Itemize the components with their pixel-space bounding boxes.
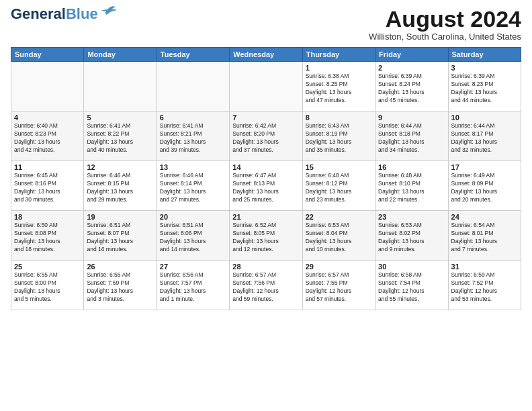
calendar-week-4: 18Sunrise: 6:50 AM Sunset: 8:08 PM Dayli… — [11, 211, 521, 261]
day-number: 5 — [87, 113, 153, 122]
header-sunday: Sunday — [11, 48, 84, 62]
calendar-cell-w3-d6: 16Sunrise: 6:48 AM Sunset: 8:10 PM Dayli… — [375, 161, 448, 211]
day-number: 15 — [306, 163, 372, 171]
page-container: GeneralBlue August 2024 Williston, South… — [0, 0, 532, 316]
day-number: 21 — [232, 213, 299, 221]
calendar-cell-w4-d6: 23Sunrise: 6:53 AM Sunset: 8:02 PM Dayli… — [375, 211, 448, 261]
calendar-cell-w4-d4: 21Sunrise: 6:52 AM Sunset: 8:05 PM Dayli… — [230, 211, 302, 261]
calendar-cell-w3-d4: 14Sunrise: 6:47 AM Sunset: 8:13 PM Dayli… — [230, 161, 302, 211]
day-info: Sunrise: 6:41 AM Sunset: 8:22 PM Dayligh… — [87, 122, 153, 154]
day-info: Sunrise: 6:40 AM Sunset: 8:23 PM Dayligh… — [14, 122, 81, 154]
calendar-cell-w3-d2: 12Sunrise: 6:46 AM Sunset: 8:15 PM Dayli… — [84, 161, 157, 211]
day-number: 11 — [14, 163, 81, 171]
day-number: 17 — [451, 163, 518, 171]
calendar-cell-w1-d4 — [230, 62, 302, 111]
calendar-cell-w2-d6: 9Sunrise: 6:44 AM Sunset: 8:18 PM Daylig… — [375, 111, 448, 161]
day-info: Sunrise: 6:57 AM Sunset: 7:55 PM Dayligh… — [306, 271, 372, 304]
day-number: 24 — [451, 213, 518, 221]
title-block: August 2024 Williston, South Carolina, U… — [369, 7, 521, 42]
day-info: Sunrise: 6:42 AM Sunset: 8:20 PM Dayligh… — [232, 122, 299, 154]
header-saturday: Saturday — [448, 48, 521, 62]
calendar-cell-w2-d1: 4Sunrise: 6:40 AM Sunset: 8:23 PM Daylig… — [11, 111, 84, 161]
day-number: 30 — [378, 263, 445, 271]
header-row: Sunday Monday Tuesday Wednesday Thursday… — [11, 48, 521, 62]
day-info: Sunrise: 6:39 AM Sunset: 8:24 PM Dayligh… — [378, 73, 445, 105]
day-number: 28 — [232, 263, 299, 271]
calendar-week-5: 25Sunrise: 6:55 AM Sunset: 8:00 PM Dayli… — [11, 261, 521, 310]
day-info: Sunrise: 6:55 AM Sunset: 7:59 PM Dayligh… — [87, 271, 153, 304]
day-info: Sunrise: 6:44 AM Sunset: 8:18 PM Dayligh… — [378, 122, 445, 154]
location-title: Williston, South Carolina, United States — [369, 32, 521, 42]
day-number: 6 — [160, 113, 226, 122]
header-monday: Monday — [84, 48, 157, 62]
calendar-cell-w1-d3 — [157, 62, 229, 111]
header-tuesday: Tuesday — [157, 48, 229, 62]
calendar-cell-w1-d6: 2Sunrise: 6:39 AM Sunset: 8:24 PM Daylig… — [375, 62, 448, 111]
month-title: August 2024 — [369, 7, 521, 32]
logo-general: General — [11, 5, 66, 22]
calendar-cell-w5-d4: 28Sunrise: 6:57 AM Sunset: 7:56 PM Dayli… — [230, 261, 302, 310]
day-info: Sunrise: 6:39 AM Sunset: 8:23 PM Dayligh… — [451, 73, 518, 105]
calendar-body: 1Sunrise: 6:38 AM Sunset: 8:25 PM Daylig… — [11, 62, 521, 310]
calendar-cell-w1-d1 — [11, 62, 84, 111]
day-info: Sunrise: 6:48 AM Sunset: 8:10 PM Dayligh… — [378, 172, 445, 204]
day-info: Sunrise: 6:48 AM Sunset: 8:12 PM Dayligh… — [306, 172, 372, 204]
calendar-cell-w5-d2: 26Sunrise: 6:55 AM Sunset: 7:59 PM Dayli… — [84, 261, 157, 310]
calendar-cell-w1-d7: 3Sunrise: 6:39 AM Sunset: 8:23 PM Daylig… — [448, 62, 521, 111]
calendar-cell-w5-d5: 29Sunrise: 6:57 AM Sunset: 7:55 PM Dayli… — [302, 261, 375, 310]
day-info: Sunrise: 6:51 AM Sunset: 8:06 PM Dayligh… — [160, 222, 226, 254]
day-info: Sunrise: 6:57 AM Sunset: 7:56 PM Dayligh… — [232, 271, 299, 304]
calendar-cell-w3-d5: 15Sunrise: 6:48 AM Sunset: 8:12 PM Dayli… — [302, 161, 375, 211]
day-info: Sunrise: 6:45 AM Sunset: 8:16 PM Dayligh… — [14, 172, 81, 204]
day-info: Sunrise: 6:41 AM Sunset: 8:21 PM Dayligh… — [160, 122, 226, 154]
calendar-cell-w4-d7: 24Sunrise: 6:54 AM Sunset: 8:01 PM Dayli… — [448, 211, 521, 261]
calendar-header: Sunday Monday Tuesday Wednesday Thursday… — [11, 48, 521, 62]
day-number: 8 — [306, 113, 372, 122]
calendar-cell-w2-d2: 5Sunrise: 6:41 AM Sunset: 8:22 PM Daylig… — [84, 111, 157, 161]
day-info: Sunrise: 6:56 AM Sunset: 7:57 PM Dayligh… — [160, 271, 226, 304]
day-number: 9 — [378, 113, 445, 122]
day-number: 18 — [14, 213, 81, 221]
day-info: Sunrise: 6:50 AM Sunset: 8:08 PM Dayligh… — [14, 222, 81, 254]
logo-blue: Blue — [66, 5, 98, 22]
day-number: 10 — [451, 113, 518, 122]
day-number: 1 — [306, 64, 372, 72]
calendar-cell-w4-d1: 18Sunrise: 6:50 AM Sunset: 8:08 PM Dayli… — [11, 211, 84, 261]
calendar-cell-w4-d2: 19Sunrise: 6:51 AM Sunset: 8:07 PM Dayli… — [84, 211, 157, 261]
calendar-cell-w1-d5: 1Sunrise: 6:38 AM Sunset: 8:25 PM Daylig… — [302, 62, 375, 111]
calendar-cell-w4-d5: 22Sunrise: 6:53 AM Sunset: 8:04 PM Dayli… — [302, 211, 375, 261]
day-info: Sunrise: 6:53 AM Sunset: 8:02 PM Dayligh… — [378, 222, 445, 254]
day-info: Sunrise: 6:52 AM Sunset: 8:05 PM Dayligh… — [232, 222, 299, 254]
calendar-week-3: 11Sunrise: 6:45 AM Sunset: 8:16 PM Dayli… — [11, 161, 521, 211]
day-number: 2 — [378, 64, 445, 72]
day-info: Sunrise: 6:49 AM Sunset: 8:09 PM Dayligh… — [451, 172, 518, 204]
day-number: 27 — [160, 263, 226, 271]
day-info: Sunrise: 6:55 AM Sunset: 8:00 PM Dayligh… — [14, 271, 81, 304]
day-info: Sunrise: 6:46 AM Sunset: 8:14 PM Dayligh… — [160, 172, 226, 204]
day-number: 16 — [378, 163, 445, 171]
day-number: 4 — [14, 113, 81, 122]
day-info: Sunrise: 6:51 AM Sunset: 8:07 PM Dayligh… — [87, 222, 153, 254]
calendar-cell-w3-d3: 13Sunrise: 6:46 AM Sunset: 8:14 PM Dayli… — [157, 161, 229, 211]
day-number: 26 — [87, 263, 153, 271]
day-number: 19 — [87, 213, 153, 221]
day-info: Sunrise: 6:43 AM Sunset: 8:19 PM Dayligh… — [306, 122, 372, 154]
calendar-cell-w4-d3: 20Sunrise: 6:51 AM Sunset: 8:06 PM Dayli… — [157, 211, 229, 261]
calendar-cell-w5-d6: 30Sunrise: 6:58 AM Sunset: 7:54 PM Dayli… — [375, 261, 448, 310]
calendar-cell-w2-d5: 8Sunrise: 6:43 AM Sunset: 8:19 PM Daylig… — [302, 111, 375, 161]
day-number: 3 — [451, 64, 518, 72]
calendar-cell-w5-d7: 31Sunrise: 6:59 AM Sunset: 7:52 PM Dayli… — [448, 261, 521, 310]
day-number: 7 — [232, 113, 299, 122]
day-number: 31 — [451, 263, 518, 271]
day-info: Sunrise: 6:54 AM Sunset: 8:01 PM Dayligh… — [451, 222, 518, 254]
calendar-week-1: 1Sunrise: 6:38 AM Sunset: 8:25 PM Daylig… — [11, 62, 521, 111]
calendar-cell-w3-d1: 11Sunrise: 6:45 AM Sunset: 8:16 PM Dayli… — [11, 161, 84, 211]
day-number: 29 — [306, 263, 372, 271]
calendar-cell-w3-d7: 17Sunrise: 6:49 AM Sunset: 8:09 PM Dayli… — [448, 161, 521, 211]
header-wednesday: Wednesday — [230, 48, 302, 62]
day-number: 14 — [232, 163, 299, 171]
day-number: 12 — [87, 163, 153, 171]
calendar-cell-w5-d3: 27Sunrise: 6:56 AM Sunset: 7:57 PM Dayli… — [157, 261, 229, 310]
day-number: 23 — [378, 213, 445, 221]
day-info: Sunrise: 6:59 AM Sunset: 7:52 PM Dayligh… — [451, 271, 518, 304]
